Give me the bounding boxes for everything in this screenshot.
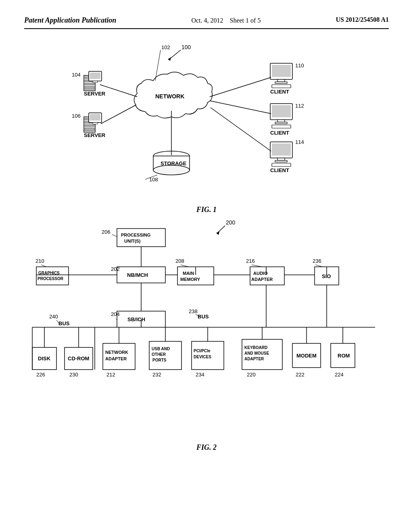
svg-point-23 [153,165,190,175]
sb-ich-label: SB/ICH [127,316,145,322]
ref-236: 236 [313,258,321,264]
svg-rect-7 [85,86,94,89]
ref-220: 220 [247,372,256,378]
svg-rect-18 [90,114,100,121]
fig1-container: 100 NETWORK 102 [24,37,389,210]
ref-210: 210 [35,258,44,264]
svg-rect-16 [85,128,94,131]
ref-104: 104 [72,72,81,78]
fig2-container: 200 PROCESSING UNIT(S) 206 NB/MCH 202 [24,214,389,448]
network-label: NETWORK [155,93,184,100]
kb-label3: ADAPTER [244,357,264,361]
ref-240: 240 [49,314,58,320]
nb-mch-label: NB/MCH [127,272,148,278]
svg-rect-35 [275,122,287,124]
svg-marker-1 [168,57,171,61]
svg-rect-42 [272,163,291,166]
storage-label: STORAGE [161,160,186,166]
fig2-label: FIG. 2 [24,443,389,452]
server2: SERVER 106 [72,105,136,138]
publication-label: Patent Application Publication [24,16,116,25]
usb-label2: OTHER [152,352,166,357]
svg-rect-10 [93,81,98,83]
ref-216: 216 [246,258,255,264]
svg-rect-9 [90,73,100,79]
kb-label1: KEYBOARD [244,345,267,350]
audio-adapter-box [250,267,284,285]
page: Patent Application Publication Oct. 4, 2… [0,0,413,532]
graphics-processor-box [36,267,69,285]
ref-232: 232 [152,372,161,378]
client1-label: CLIENT [270,89,289,95]
pub-number: US 2012/254508 A1 [336,16,389,23]
bus-right-label: BUS [198,314,209,320]
modem-label: MODEM [296,353,317,359]
ref-202: 202 [111,266,120,272]
ref-102: 102 [161,44,170,50]
pub-date: Oct. 4, 2012 [191,17,223,24]
svg-line-31 [210,77,271,97]
network-adapter-label1: NETWORK [105,350,128,355]
fig1-svg: 100 NETWORK 102 [24,37,387,202]
graphics-label2: PROCESSOR [38,276,64,281]
ref-208: 208 [175,258,184,264]
ref-112: 112 [295,103,304,109]
disk-label: DISK [38,355,51,362]
ref-234: 234 [196,372,204,378]
svg-line-43 [211,108,271,151]
rom-label: ROM [338,353,350,359]
header: Patent Application Publication Oct. 4, 2… [24,16,389,29]
cd-rom-label: CD-ROM [68,355,89,362]
ref-238: 238 [189,308,198,314]
ref-200: 200 [226,219,236,226]
network-adapter-label2: ADAPTER [105,356,127,361]
ref-206: 206 [102,229,111,235]
client1: CLIENT 110 [210,62,304,97]
svg-line-11 [100,85,137,97]
client2: CLIENT 112 [210,101,304,136]
ref-110: 110 [295,62,304,69]
sio-label: SIO [322,273,331,279]
ref-230: 230 [69,372,78,378]
processing-units-box [117,229,165,247]
client2-label: CLIENT [270,130,289,136]
sheet-info: Sheet 1 of 5 [230,17,261,24]
ref-212: 212 [106,372,115,378]
usb-label3: PORTS [152,358,167,362]
svg-line-46 [112,235,117,237]
ref-204: 204 [111,311,120,317]
svg-rect-33 [272,105,291,117]
svg-rect-19 [93,123,98,124]
server1: SERVER 104 [72,71,137,97]
ref-114: 114 [295,139,304,145]
svg-rect-29 [275,82,287,83]
pci-label1: PCI/PCIe [194,349,211,353]
kb-label2: AND MOUSE [244,351,269,355]
ref-106: 106 [72,113,81,119]
client3-label: CLIENT [270,167,289,173]
svg-line-37 [210,101,271,114]
network-cloud: NETWORK 102 [134,44,212,118]
audio-label1: AUDIO [253,271,268,276]
svg-rect-40 [277,158,285,160]
bus-left-label: BUS [58,320,70,326]
processing-units-label2: UNIT(S) [124,239,141,243]
ref-226: 226 [36,372,45,378]
ref-100: 100 [181,44,191,50]
svg-rect-28 [277,79,285,82]
audio-label2: ADAPTER [251,277,273,282]
pci-label2: DEVICES [194,355,211,359]
svg-rect-41 [275,160,287,162]
svg-rect-6 [85,83,94,85]
ref-222: 222 [296,372,305,378]
header-center: Oct. 4, 2012 Sheet 1 of 5 [191,16,261,25]
fig2-svg: 200 PROCESSING UNIT(S) 206 NB/MCH 202 [24,214,395,440]
svg-rect-30 [272,85,291,88]
svg-marker-45 [216,231,219,235]
server2-label: SERVER [84,132,106,138]
server1-label: SERVER [84,91,106,97]
fig1-label: FIG. 1 [24,206,389,214]
svg-rect-39 [272,143,291,156]
main-memory-label2: MEMORY [180,277,200,282]
ref-224: 224 [335,372,344,378]
